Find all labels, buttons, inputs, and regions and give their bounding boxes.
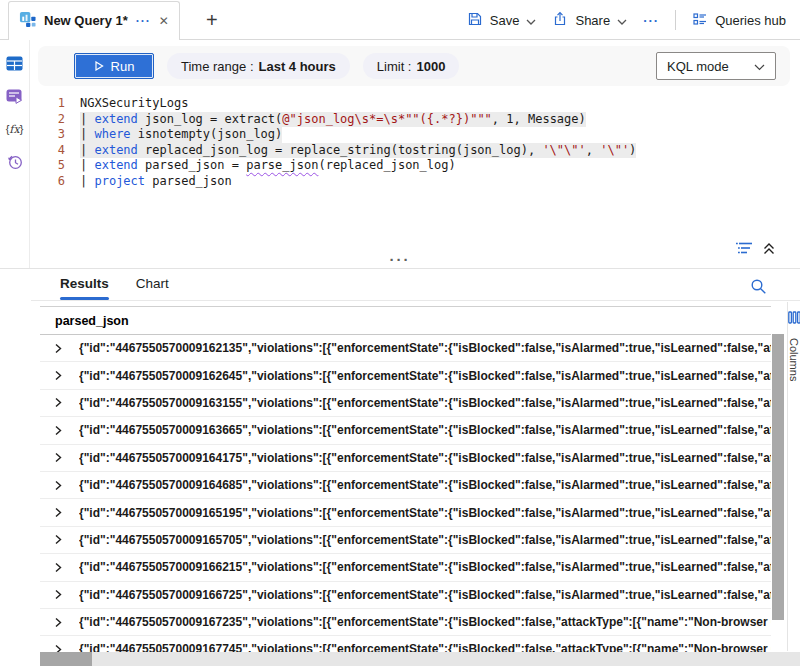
code-line[interactable]: 2| extend json_log = extract(@"json_log\… xyxy=(31,112,800,128)
top-tab-bar: New Query 1* ··· ✕ + Save xyxy=(0,0,800,40)
column-header-parsed-json[interactable]: parsed_json xyxy=(40,306,771,335)
expand-chevron-icon[interactable] xyxy=(40,562,79,573)
grid-rows: {"id":"4467550570009162135","violations"… xyxy=(40,335,771,664)
code-line[interactable]: 3| where isnotempty(json_log) xyxy=(31,127,800,143)
code-line[interactable]: 1NGXSecurityLogs xyxy=(31,96,800,112)
columns-icon[interactable] xyxy=(788,311,800,327)
table-row[interactable]: {"id":"4467550570009163155","violations"… xyxy=(40,390,771,417)
limit-label: Limit : xyxy=(377,59,412,74)
tables-icon[interactable] xyxy=(6,54,24,72)
expand-chevron-icon[interactable] xyxy=(40,425,79,436)
expand-chevron-icon[interactable] xyxy=(40,507,79,518)
line-number: 6 xyxy=(31,174,80,190)
left-sidebar: {fx} xyxy=(0,40,30,268)
query-editor[interactable]: 1NGXSecurityLogs2| extend json_log = ext… xyxy=(31,88,800,268)
azure-data-explorer-window: New Query 1* ··· ✕ + Save xyxy=(0,0,800,671)
expand-chevron-icon[interactable] xyxy=(40,534,79,545)
line-number: 4 xyxy=(31,143,80,159)
columns-panel-label[interactable]: Columns xyxy=(788,338,800,381)
new-tab-button[interactable]: + xyxy=(206,10,218,30)
line-number: 2 xyxy=(31,112,80,128)
time-range-picker[interactable]: Time range : Last 4 hours xyxy=(167,53,350,79)
queries-hub-icon xyxy=(692,11,708,30)
code-text: | extend parsed_json = parse_json(replac… xyxy=(80,158,456,174)
tab-close-icon[interactable]: ✕ xyxy=(159,14,169,28)
expand-chevron-icon[interactable] xyxy=(40,589,79,600)
tab-chart[interactable]: Chart xyxy=(136,276,169,300)
share-icon xyxy=(552,11,568,30)
tab-more-menu[interactable]: ··· xyxy=(136,14,151,28)
code-line[interactable]: 5| extend parsed_json = parse_json(repla… xyxy=(31,158,800,174)
save-chevron-down-icon[interactable] xyxy=(526,13,536,28)
expand-chevron-icon[interactable] xyxy=(40,370,79,381)
sample-queries-icon[interactable] xyxy=(6,87,24,105)
query-history-icon[interactable] xyxy=(6,153,24,171)
search-results-icon[interactable] xyxy=(750,278,767,298)
more-commands-button[interactable]: ··· xyxy=(643,13,659,28)
code-text: | extend replaced_json_log = replace_str… xyxy=(80,143,636,159)
row-json-text: {"id":"4467550570009163665","violations"… xyxy=(79,423,771,437)
table-row[interactable]: {"id":"4467550570009167235","violations"… xyxy=(40,609,771,636)
expand-chevron-icon[interactable] xyxy=(40,617,79,628)
table-row[interactable]: {"id":"4467550570009166215","violations"… xyxy=(40,554,771,581)
row-json-text: {"id":"4467550570009165705","violations"… xyxy=(79,533,771,547)
pane-resize-handle[interactable]: ··· xyxy=(390,252,411,267)
limit-picker[interactable]: Limit : 1000 xyxy=(363,53,460,79)
share-label: Share xyxy=(575,13,610,28)
results-grid: parsed_json {"id":"4467550570009162135",… xyxy=(40,306,771,664)
vertical-scrollbar-thumb[interactable] xyxy=(772,334,784,620)
kql-mode-chevron-down-icon xyxy=(754,59,765,74)
expand-chevron-icon[interactable] xyxy=(40,343,79,354)
code-text: | project parsed_json xyxy=(80,174,232,190)
row-json-text: {"id":"4467550570009163155","violations"… xyxy=(79,396,771,410)
table-row[interactable]: {"id":"4467550570009163665","violations"… xyxy=(40,417,771,444)
table-row[interactable]: {"id":"4467550570009162135","violations"… xyxy=(40,335,771,362)
limit-value: 1000 xyxy=(416,59,445,74)
editor-actions xyxy=(736,241,776,255)
row-json-text: {"id":"4467550570009166215","violations"… xyxy=(79,560,771,574)
line-number: 3 xyxy=(31,127,80,143)
results-tab-bar: Results Chart xyxy=(31,269,800,301)
expand-chevron-icon[interactable] xyxy=(40,452,79,463)
table-row[interactable]: {"id":"4467550570009162645","violations"… xyxy=(40,362,771,389)
code-line[interactable]: 4| extend replaced_json_log = replace_st… xyxy=(31,143,800,159)
share-chevron-down-icon[interactable] xyxy=(617,13,627,28)
row-json-text: {"id":"4467550570009167235","violations"… xyxy=(79,615,771,629)
table-row[interactable]: {"id":"4467550570009164685","violations"… xyxy=(40,472,771,499)
top-actions: Save Share ··· xyxy=(467,10,800,30)
table-row[interactable]: {"id":"4467550570009165195","violations"… xyxy=(40,499,771,526)
share-button[interactable]: Share xyxy=(552,11,627,30)
code-lines: 1NGXSecurityLogs2| extend json_log = ext… xyxy=(31,96,800,189)
tab-results[interactable]: Results xyxy=(60,276,109,300)
time-range-label: Time range : xyxy=(181,59,254,74)
run-label: Run xyxy=(111,59,135,74)
query-tab[interactable]: New Query 1* ··· ✕ xyxy=(8,1,180,40)
toolbar-divider xyxy=(675,10,676,30)
adx-query-icon xyxy=(19,11,36,31)
table-row[interactable]: {"id":"4467550570009166725","violations"… xyxy=(40,582,771,609)
expand-chevron-icon[interactable] xyxy=(40,480,79,491)
row-json-text: {"id":"4467550570009162135","violations"… xyxy=(79,341,771,355)
table-row[interactable]: {"id":"4467550570009164175","violations"… xyxy=(40,445,771,472)
collapse-editor-icon[interactable] xyxy=(762,241,776,255)
save-button[interactable]: Save xyxy=(467,11,537,30)
row-json-text: {"id":"4467550570009164175","violations"… xyxy=(79,451,771,465)
save-icon xyxy=(467,11,483,30)
save-label: Save xyxy=(490,13,520,28)
query-toolbar: Run Time range : Last 4 hours Limit : 10… xyxy=(38,46,790,86)
code-line[interactable]: 6| project parsed_json xyxy=(31,174,800,190)
kql-mode-select[interactable]: KQL mode xyxy=(656,52,776,80)
queries-hub-label: Queries hub xyxy=(715,13,786,28)
code-text: | where isnotempty(json_log) xyxy=(80,127,282,143)
functions-icon[interactable]: {fx} xyxy=(6,120,24,138)
table-row[interactable]: {"id":"4467550570009165705","violations"… xyxy=(40,527,771,554)
format-query-icon[interactable] xyxy=(736,241,753,255)
run-button[interactable]: Run xyxy=(74,53,154,79)
queries-hub-button[interactable]: Queries hub xyxy=(692,11,786,30)
expand-chevron-icon[interactable] xyxy=(40,397,79,408)
tab-title: New Query 1* xyxy=(44,13,128,28)
row-json-text: {"id":"4467550570009164685","violations"… xyxy=(79,478,771,492)
results-horizontal-scrollbar[interactable] xyxy=(40,652,800,666)
horizontal-scrollbar-thumb[interactable] xyxy=(40,652,92,666)
results-vertical-scrollbar[interactable] xyxy=(772,334,784,651)
